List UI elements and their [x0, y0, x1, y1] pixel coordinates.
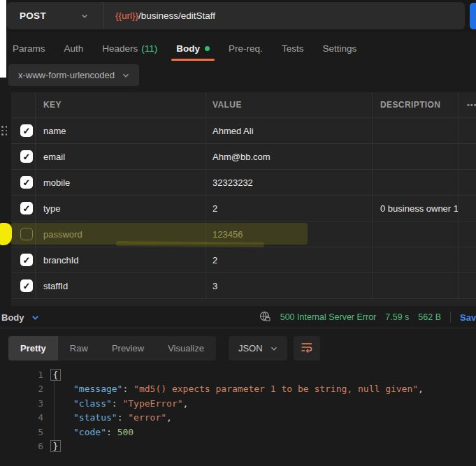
globe-lock-icon[interactable] [259, 310, 271, 325]
drag-handle-icon[interactable] [1, 126, 8, 136]
tab-auth[interactable]: Auth [64, 43, 84, 54]
description-cell[interactable]: 0 business owner 1 ad [373, 196, 459, 221]
headers-count-badge: (11) [141, 43, 157, 54]
url-field[interactable]: POST {{url}}/business/editStaff [7, 2, 465, 29]
request-url-bar: POST {{url}}/business/editStaff [0, 0, 476, 32]
request-tabs: Params Auth Headers(11) Body Pre-req. Te… [13, 36, 356, 60]
tab-pre-request[interactable]: Pre-req. [229, 43, 263, 54]
table-row: ✓ staffId 3 [11, 273, 476, 299]
line-number: 1 [0, 370, 43, 380]
value-cell[interactable]: Ahm@bb.com [206, 144, 373, 169]
table-header-row: KEY VALUE DESCRIPTION ••• [11, 92, 476, 118]
response-size[interactable]: 562 B [418, 312, 441, 322]
description-cell[interactable] [373, 247, 459, 272]
screenshot-edge [0, 0, 6, 78]
row-checkbox-unchecked[interactable] [20, 228, 33, 240]
format-selector[interactable]: JSON [229, 336, 287, 361]
tab-visualize[interactable]: Visualize [156, 336, 216, 361]
table-row: ✓ branchId 2 [11, 247, 476, 273]
value-cell[interactable]: 123456 [206, 221, 373, 247]
value-cell[interactable]: 2 [206, 247, 373, 272]
column-header-key: KEY [36, 92, 206, 117]
line-number: 6 [0, 441, 43, 451]
json-line: 6 } [0, 439, 476, 454]
more-options-icon[interactable]: ••• [467, 101, 476, 109]
json-line: 3 "class": "TypeError", [0, 396, 476, 411]
indent-guide [54, 381, 55, 440]
response-view-tabs: Pretty Raw Preview Visualize JSON [8, 336, 320, 361]
form-params-table: KEY VALUE DESCRIPTION ••• ✓ name Ahmed A… [0, 92, 476, 306]
chevron-down-icon [122, 72, 129, 79]
table-row-password-highlighted: password 123456 [11, 221, 476, 247]
description-cell[interactable] [373, 273, 459, 298]
json-line: 4 "status": "error", [0, 411, 476, 425]
key-cell[interactable]: mobile [36, 170, 206, 195]
url-variable: {{url}} [115, 10, 138, 21]
column-header-value: VALUE [206, 92, 373, 117]
description-cell[interactable] [373, 170, 459, 195]
description-cell[interactable] [373, 221, 459, 247]
close-brace: } [50, 440, 61, 452]
key-cell[interactable]: branchId [36, 247, 206, 272]
table-row: ✓ email Ahm@bb.com [11, 144, 476, 170]
response-meta-bar: Body 500 Internal Server Error 7.59 s 56… [0, 307, 476, 328]
table-row: ✓ mobile 32323232 [11, 170, 476, 196]
description-cell[interactable] [373, 144, 459, 169]
row-checkbox[interactable]: ✓ [20, 254, 33, 266]
tab-raw[interactable]: Raw [58, 336, 100, 361]
value-cell[interactable]: 2 [206, 196, 373, 221]
json-line: 1 { [0, 367, 476, 382]
line-number: 2 [0, 384, 43, 394]
url-path: /business/editStaff [138, 10, 215, 21]
row-checkbox[interactable]: ✓ [20, 150, 33, 163]
status-badge[interactable]: 500 Internal Server Error [280, 312, 377, 322]
row-checkbox[interactable]: ✓ [20, 124, 33, 137]
response-body-selector[interactable]: Body [1, 312, 38, 323]
chevron-down-icon [271, 345, 277, 352]
body-has-content-dot [205, 46, 210, 51]
row-checkbox[interactable]: ✓ [20, 176, 33, 189]
body-type-selector[interactable]: x-www-form-urlencoded [8, 64, 139, 86]
postman-window: POST {{url}}/business/editStaff Params A… [0, 0, 476, 466]
description-cell[interactable] [373, 118, 459, 143]
line-number: 4 [0, 412, 43, 423]
tab-headers[interactable]: Headers(11) [102, 43, 157, 54]
key-cell[interactable]: staffId [36, 273, 206, 298]
divider [103, 2, 104, 29]
json-line: 2 "message": "md5() expects parameter 1 … [0, 382, 476, 397]
value-cell[interactable]: 32323232 [206, 170, 373, 195]
method-selector[interactable]: POST [20, 10, 81, 21]
yellow-marker-blob [0, 223, 12, 245]
chevron-down-icon[interactable] [81, 13, 88, 20]
response-body-viewer[interactable]: 1 { 2 "message": "md5() expects paramete… [0, 367, 476, 466]
chevron-down-icon [31, 314, 38, 321]
key-cell[interactable]: type [36, 196, 206, 221]
response-time[interactable]: 7.59 s [385, 312, 409, 322]
save-response-button[interactable]: Save [460, 312, 476, 323]
line-number: 5 [0, 427, 43, 437]
tab-preview[interactable]: Preview [100, 336, 156, 361]
json-line: 5 "code": 500 [0, 425, 476, 439]
open-brace: { [50, 369, 61, 381]
row-checkbox[interactable]: ✓ [20, 279, 33, 292]
send-button[interactable] [470, 3, 476, 29]
key-cell[interactable]: password [36, 221, 206, 247]
key-cell[interactable]: name [36, 118, 206, 143]
table-row: ✓ name Ahmed Ali [11, 118, 476, 144]
value-cell[interactable]: Ahmed Ali [206, 118, 373, 143]
tab-settings[interactable]: Settings [322, 43, 356, 54]
wrap-text-icon [301, 342, 313, 356]
tab-pretty[interactable]: Pretty [8, 336, 58, 361]
table-row: ✓ type 2 0 business owner 1 ad [11, 196, 476, 221]
key-cell[interactable]: email [36, 144, 206, 169]
table-row-partial [11, 299, 476, 306]
tab-body[interactable]: Body [176, 43, 210, 54]
wrap-text-button[interactable] [294, 336, 320, 361]
value-cell[interactable]: 3 [206, 273, 373, 298]
line-number: 3 [0, 398, 43, 409]
tab-tests[interactable]: Tests [282, 43, 304, 54]
url-input[interactable]: {{url}}/business/editStaff [115, 10, 215, 21]
row-checkbox[interactable]: ✓ [20, 202, 33, 214]
column-header-description: DESCRIPTION [373, 92, 459, 117]
tab-params[interactable]: Params [13, 43, 45, 54]
